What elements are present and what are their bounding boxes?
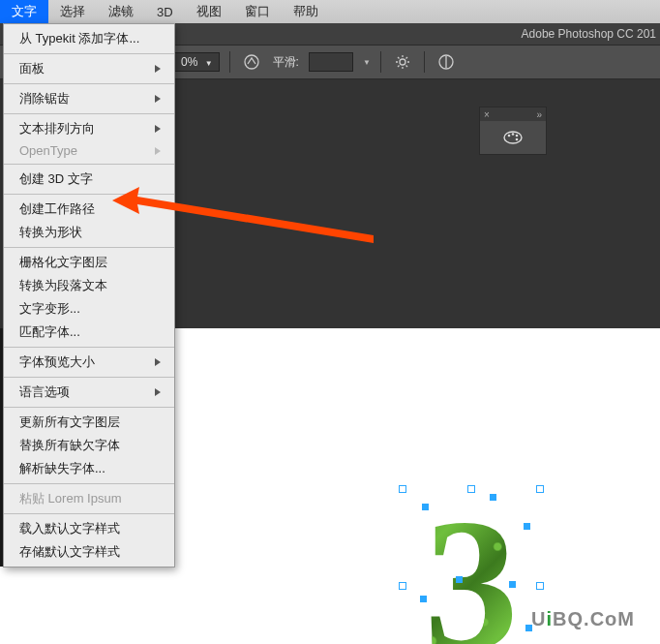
path-anchor[interactable] bbox=[420, 596, 427, 602]
menu-item-label: 文本排列方向 bbox=[19, 120, 95, 138]
path-anchor[interactable] bbox=[525, 625, 532, 631]
transform-handle-tc[interactable] bbox=[467, 485, 475, 493]
type-menu-dropdown: 从 Typekit 添加字体... 面板 消除锯齿 文本排列方向 OpenTyp… bbox=[3, 23, 175, 567]
menu-item-label: 转换为段落文本 bbox=[19, 277, 107, 294]
path-anchor[interactable] bbox=[490, 494, 496, 501]
brush-pressure-icon[interactable] bbox=[240, 51, 263, 73]
menu-item-label: 字体预览大小 bbox=[19, 353, 95, 371]
swatches-icon[interactable] bbox=[502, 129, 524, 146]
transform-handle-tr[interactable] bbox=[536, 485, 544, 493]
menu-item-label: 替换所有缺欠字体 bbox=[19, 437, 120, 454]
zoom-percent[interactable]: 0% ▼ bbox=[174, 52, 220, 72]
menu-separator bbox=[4, 194, 174, 195]
svg-point-14 bbox=[512, 133, 515, 136]
svg-point-15 bbox=[516, 135, 519, 138]
menu-item-panels[interactable]: 面板 bbox=[4, 57, 174, 80]
floating-panel[interactable]: × » bbox=[479, 107, 547, 155]
close-icon[interactable]: × bbox=[484, 109, 490, 120]
menu-item-label: OpenType bbox=[19, 143, 77, 158]
menu-item-convert-paragraph[interactable]: 转换为段落文本 bbox=[4, 274, 174, 297]
menu-separator bbox=[4, 53, 174, 54]
gear-icon[interactable] bbox=[391, 51, 414, 73]
menu-item-opentype: OpenType bbox=[4, 140, 174, 161]
menu-item-label: 面板 bbox=[19, 60, 45, 77]
menu-item-create-work-path[interactable]: 创建工作路径 bbox=[4, 198, 174, 221]
zoom-percent-value: 0% bbox=[181, 55, 197, 69]
menu-item-orientation[interactable]: 文本排列方向 bbox=[4, 117, 174, 140]
menu-item-create-3d-text[interactable]: 创建 3D 文字 bbox=[4, 168, 174, 191]
smoothing-label: 平滑: bbox=[273, 54, 299, 71]
svg-point-16 bbox=[516, 138, 519, 141]
menu-item-font-preview-size[interactable]: 字体预览大小 bbox=[4, 351, 174, 374]
menu-item-rasterize-type[interactable]: 栅格化文字图层 bbox=[4, 251, 174, 274]
menu-type[interactable]: 文字 bbox=[0, 0, 48, 23]
svg-line-8 bbox=[398, 66, 400, 68]
menu-item-warp-text[interactable]: 文字变形... bbox=[4, 297, 174, 321]
separator bbox=[380, 51, 381, 73]
menu-item-add-fonts-typekit[interactable]: 从 Typekit 添加字体... bbox=[4, 27, 174, 50]
svg-line-6 bbox=[398, 57, 400, 59]
submenu-arrow-icon bbox=[155, 358, 161, 366]
path-anchor[interactable] bbox=[456, 576, 463, 583]
menu-view[interactable]: 视图 bbox=[185, 0, 233, 23]
svg-point-1 bbox=[400, 59, 405, 65]
transform-handle-ml[interactable] bbox=[399, 582, 406, 590]
transform-handle-tl[interactable] bbox=[399, 485, 406, 493]
app-title: Adobe Photoshop CC 201 bbox=[522, 27, 656, 41]
menu-select[interactable]: 选择 bbox=[48, 0, 97, 23]
smoothing-field[interactable] bbox=[309, 52, 353, 72]
menu-item-load-default-type-styles[interactable]: 载入默认文字样式 bbox=[4, 517, 174, 540]
chevron-down-icon[interactable]: ▼ bbox=[363, 58, 371, 67]
menu-item-save-default-type-styles[interactable]: 存储默认文字样式 bbox=[4, 540, 174, 564]
panel-header[interactable]: × » bbox=[480, 107, 546, 121]
menu-separator bbox=[4, 347, 174, 348]
menu-window[interactable]: 窗口 bbox=[233, 0, 282, 23]
watermark-rest: BQ.CoM bbox=[553, 608, 635, 629]
submenu-arrow-icon bbox=[155, 388, 161, 396]
menu-item-anti-alias[interactable]: 消除锯齿 bbox=[4, 87, 174, 110]
menu-item-label: 从 Typekit 添加字体... bbox=[19, 30, 139, 47]
svg-line-9 bbox=[405, 57, 407, 59]
menu-item-convert-to-shape[interactable]: 转换为形状 bbox=[4, 221, 174, 244]
menu-separator bbox=[4, 407, 174, 408]
collapse-icon[interactable]: » bbox=[536, 109, 542, 120]
menu-item-label: 创建 3D 文字 bbox=[19, 170, 93, 188]
path-anchor[interactable] bbox=[509, 581, 516, 588]
menu-separator bbox=[4, 164, 174, 165]
menu-item-replace-missing-fonts[interactable]: 替换所有缺欠字体 bbox=[4, 434, 174, 457]
menu-item-resolve-missing-fonts[interactable]: 解析缺失字体... bbox=[4, 457, 174, 480]
menu-item-paste-lorem: 粘贴 Lorem Ipsum bbox=[4, 487, 174, 510]
chevron-down-icon: ▼ bbox=[205, 59, 213, 68]
menu-item-update-all-type[interactable]: 更新所有文字图层 bbox=[4, 411, 174, 434]
menu-help[interactable]: 帮助 bbox=[282, 0, 330, 23]
menu-separator bbox=[4, 83, 174, 84]
menu-item-label: 创建工作路径 bbox=[19, 200, 95, 218]
menu-separator bbox=[4, 513, 174, 514]
menu-item-label: 更新所有文字图层 bbox=[19, 414, 120, 431]
menu-item-label: 文字变形... bbox=[19, 300, 80, 318]
path-anchor[interactable] bbox=[524, 523, 530, 530]
menu-item-language-options[interactable]: 语言选项 bbox=[4, 381, 174, 404]
separator bbox=[424, 51, 425, 73]
menu-3d[interactable]: 3D bbox=[145, 0, 185, 23]
menu-item-match-font[interactable]: 匹配字体... bbox=[4, 321, 174, 344]
menu-item-label: 转换为形状 bbox=[19, 224, 82, 241]
menu-item-label: 栅格化文字图层 bbox=[19, 254, 107, 271]
menu-separator bbox=[4, 113, 174, 114]
menu-separator bbox=[4, 247, 174, 248]
menu-item-label: 匹配字体... bbox=[19, 323, 80, 341]
menu-item-label: 存储默认文字样式 bbox=[19, 543, 120, 561]
transform-handle-mr[interactable] bbox=[536, 582, 544, 590]
submenu-arrow-icon bbox=[155, 125, 161, 133]
menu-item-label: 载入默认文字样式 bbox=[19, 520, 120, 537]
menu-item-label: 语言选项 bbox=[19, 383, 70, 401]
path-anchor[interactable] bbox=[422, 504, 429, 510]
svg-line-7 bbox=[405, 66, 407, 68]
transform-bounding-box[interactable] bbox=[403, 489, 540, 644]
menu-item-label: 消除锯齿 bbox=[19, 90, 70, 107]
menu-item-label: 解析缺失字体... bbox=[19, 460, 105, 477]
menu-filter[interactable]: 滤镜 bbox=[97, 0, 145, 23]
watermark: UiBQ.CoM bbox=[531, 608, 635, 630]
svg-point-13 bbox=[508, 135, 511, 138]
symmetry-icon[interactable] bbox=[435, 51, 458, 73]
